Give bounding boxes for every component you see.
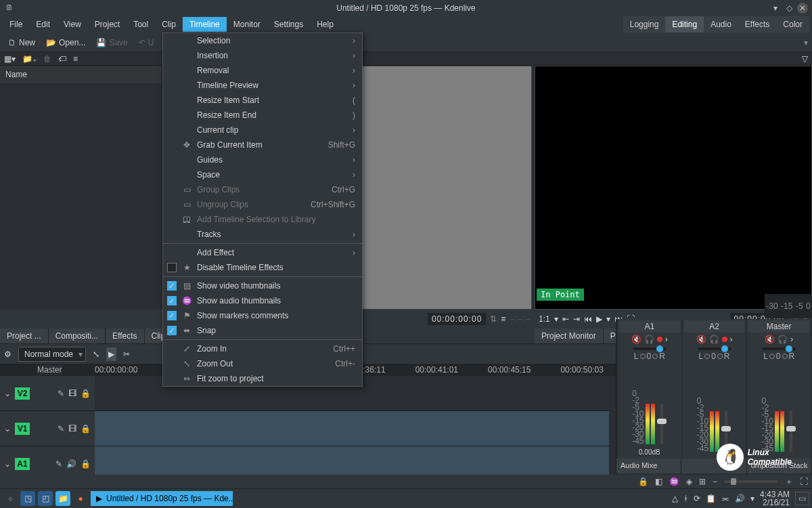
balance-slider[interactable] xyxy=(762,347,796,350)
lock-icon[interactable]: 🔒 xyxy=(81,389,91,398)
workspace-tab-effects[interactable]: Effects xyxy=(738,16,776,33)
menu-item-add-effect[interactable]: Add Effect› xyxy=(163,245,362,260)
panel-tab[interactable]: Project Monitor xyxy=(535,329,604,343)
settings-icon[interactable]: ⚙ xyxy=(4,350,12,359)
menu-edit[interactable]: Edit xyxy=(29,17,57,32)
menu-item-tracks[interactable]: Tracks› xyxy=(163,227,362,242)
menu-item-fit-zoom-to-project[interactable]: ⇔Fit zoom to project xyxy=(163,371,362,386)
track-label[interactable]: V2 xyxy=(15,387,30,400)
expand-icon[interactable]: › xyxy=(665,335,668,344)
headphone-icon[interactable]: 🎧 xyxy=(709,335,719,344)
record-arm-icon[interactable] xyxy=(657,337,662,342)
add-clip-icon[interactable]: ▦▾ xyxy=(4,54,16,64)
chevron-down-icon[interactable]: ⌄ xyxy=(4,424,11,433)
workspace-tab-logging[interactable]: Logging xyxy=(623,16,666,33)
zoom-in-icon[interactable]: ＋ xyxy=(785,476,793,488)
edit-icon[interactable]: ✎ xyxy=(55,459,62,469)
menu-timeline[interactable]: Timeline xyxy=(183,17,227,32)
selection-tool-icon[interactable]: ▶ xyxy=(106,347,116,361)
mixer-tab-mid[interactable] xyxy=(681,459,746,473)
tray-expand-icon[interactable]: △ xyxy=(672,494,678,503)
system-clock[interactable]: 4:43 AM 2/16/21 xyxy=(760,490,790,507)
menu-file[interactable]: File xyxy=(3,17,29,32)
menu-item-grab-current-item[interactable]: ✥Grab Current ItemShift+G xyxy=(163,137,362,152)
hamburger-icon[interactable]: ≡ xyxy=(501,314,505,324)
zoom-ratio[interactable]: 1:1 xyxy=(539,314,550,324)
menu-item-timeline-preview[interactable]: Timeline Preview› xyxy=(163,78,362,93)
menu-item-selection[interactable]: Selection› xyxy=(163,33,362,48)
chevron-down-icon[interactable]: ⌄ xyxy=(4,459,11,469)
undo-button[interactable]: ↶U xyxy=(135,36,158,49)
taskbar-app-kdenlive[interactable]: ▶ Untitled / HD 1080p 25 fps — Kde... xyxy=(91,491,233,506)
headphone-icon[interactable]: 🎧 xyxy=(777,335,788,344)
mixer-tab-composition[interactable]: omposition Stack xyxy=(747,459,812,473)
menu-monitor[interactable]: Monitor xyxy=(227,17,267,32)
menu-settings[interactable]: Settings xyxy=(267,17,310,32)
track-label[interactable]: V1 xyxy=(15,423,30,435)
volume-icon[interactable]: 🔊 xyxy=(66,459,76,469)
mute-icon[interactable]: 🔇 xyxy=(631,335,641,344)
close-icon[interactable]: ✕ xyxy=(797,3,808,14)
edit-mode-combo[interactable]: Normal mode xyxy=(18,347,86,362)
zoom-out-icon[interactable]: − xyxy=(713,477,717,486)
session-icon[interactable]: ▾ xyxy=(750,494,754,503)
thumb-icon[interactable]: ◧ xyxy=(655,477,662,486)
film-icon[interactable]: 🎞 xyxy=(68,424,76,433)
menu-item-current-clip[interactable]: Current clip› xyxy=(163,123,362,137)
menu-item-show-markers-comments[interactable]: ✓⚑Show markers comments xyxy=(163,308,362,323)
film-icon[interactable]: 🎞 xyxy=(68,389,76,398)
balance-slider[interactable] xyxy=(698,347,731,350)
panel-tab[interactable]: Project ... xyxy=(0,329,49,343)
menu-item-zoom-out[interactable]: ⤡Zoom OutCtrl+- xyxy=(163,356,362,371)
chevron-down-icon[interactable]: ▾ xyxy=(554,314,558,324)
rewind-icon[interactable]: ⏮ xyxy=(584,314,592,324)
new-button[interactable]: 🗋New xyxy=(4,36,39,49)
menu-item-show-audio-thumbnails[interactable]: ✓♒Show audio thumbnails xyxy=(163,293,362,308)
pan-knob[interactable] xyxy=(640,354,646,359)
lock-icon[interactable]: 🔒 xyxy=(638,477,648,486)
menu-item-removal[interactable]: Removal› xyxy=(163,63,362,78)
marker-icon[interactable]: ◈ xyxy=(686,477,692,486)
menu-help[interactable]: Help xyxy=(310,17,340,32)
volume-fader[interactable] xyxy=(725,411,727,452)
menu-item-zoom-in[interactable]: ⤢Zoom InCtrl++ xyxy=(163,341,362,356)
menu-item-show-video-thumbnails[interactable]: ✓▤Show video thumbnails xyxy=(163,278,362,293)
panel-tab[interactable]: Effects xyxy=(106,329,144,343)
panel-icon[interactable]: ◰ xyxy=(38,491,53,506)
dropdown-icon[interactable]: ▾ xyxy=(804,38,808,47)
edit-icon[interactable]: ✎ xyxy=(58,389,64,398)
expand-icon[interactable]: › xyxy=(730,335,733,344)
fit-icon[interactable]: ⛶ xyxy=(800,477,808,486)
zone-start-icon[interactable]: ⇤ xyxy=(562,314,569,324)
delete-clip-icon[interactable]: 🗑 xyxy=(43,54,51,64)
volume-icon[interactable]: 🔊 xyxy=(735,494,745,503)
wave-icon[interactable]: ♒ xyxy=(669,477,679,486)
volume-fader[interactable] xyxy=(660,404,663,444)
razor-tool-icon[interactable]: ✂ xyxy=(123,350,130,359)
menu-item-snap[interactable]: ✓⬌Snap xyxy=(163,323,362,338)
lock-icon[interactable]: 🔒 xyxy=(81,424,91,433)
clip-timecode[interactable]: 00:00:00:00 xyxy=(428,313,486,325)
project-monitor[interactable]: In Point xyxy=(535,66,812,310)
start-menu-icon[interactable]: ⟐ xyxy=(3,491,18,506)
track-label[interactable]: A1 xyxy=(15,458,30,470)
menu-view[interactable]: View xyxy=(57,17,88,32)
workspace-tab-audio[interactable]: Audio xyxy=(704,16,738,33)
chevron-down-icon[interactable]: ▾ xyxy=(606,314,610,324)
pan-knob[interactable] xyxy=(782,354,788,359)
mute-icon[interactable]: 🔇 xyxy=(696,335,706,344)
panel-icon[interactable]: ◳ xyxy=(20,491,35,506)
save-button[interactable]: 💾Save xyxy=(92,36,131,49)
mute-icon[interactable]: 🔇 xyxy=(765,335,775,344)
mixer-tab-audio[interactable]: Audio Mixe xyxy=(616,459,681,473)
menu-item-space[interactable]: Space› xyxy=(163,167,362,182)
filter-icon[interactable]: ▽ xyxy=(802,54,808,64)
tags-icon[interactable]: ⊞ xyxy=(699,477,706,486)
clipboard-icon[interactable]: 📋 xyxy=(706,494,716,503)
menu-item-guides[interactable]: Guides› xyxy=(163,152,362,167)
panel-tab[interactable]: Compositi... xyxy=(49,329,106,343)
volume-fader[interactable] xyxy=(790,411,792,452)
pan-knob[interactable] xyxy=(769,354,775,359)
hamburger-icon[interactable]: ≡ xyxy=(73,54,78,64)
play-icon[interactable]: ▶ xyxy=(596,314,602,324)
